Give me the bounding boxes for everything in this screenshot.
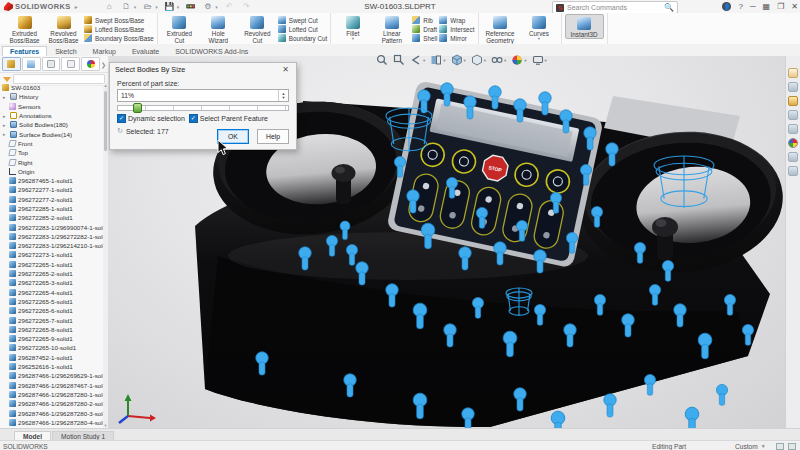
save-icon[interactable]: 💾 <box>164 2 175 12</box>
ribbon-button-boundary-boss-base[interactable]: Boundary Boss/Base <box>84 34 154 42</box>
ribbon-button-swept-boss-base[interactable]: Swept Boss/Base <box>84 16 154 24</box>
tree-item[interactable]: 296272265-8-solid1 <box>0 325 103 334</box>
display-style-caret-icon[interactable]: ▾ <box>484 58 486 63</box>
new-caret[interactable]: ▾ <box>134 4 137 10</box>
ribbon-button-swept-cut[interactable]: Swept Cut <box>278 16 328 24</box>
expand-arrow-icon[interactable]: ▸ <box>3 131 7 137</box>
display-state-dropdown[interactable]: Custom ▼ <box>735 443 766 450</box>
taskpane-resources-icon[interactable] <box>788 82 798 92</box>
taskpane-design-library-icon[interactable] <box>788 96 798 106</box>
redo-icon[interactable]: ↷ <box>241 2 252 12</box>
close-icon[interactable]: ✕ <box>791 2 798 11</box>
search-icon[interactable]: 🔍 <box>664 3 674 12</box>
percent-slider[interactable] <box>117 103 289 111</box>
ribbon-button-curves[interactable]: Curves▾ <box>521 14 558 41</box>
select-bodies-by-size-dialog[interactable]: Select Bodies By Size ✕ Percent of part … <box>109 62 297 150</box>
tab-evaluate[interactable]: Evaluate <box>124 46 167 56</box>
tab-display-manager[interactable] <box>81 57 100 71</box>
previous-view-caret-icon[interactable]: ▾ <box>423 58 425 63</box>
percent-spinbox[interactable]: 11% ▲▼ <box>117 89 289 102</box>
new-document-icon[interactable]: 🗋 <box>121 2 132 12</box>
tree-item[interactable]: 296272265-5-solid1 <box>0 297 103 306</box>
tab-property-manager[interactable] <box>22 57 41 71</box>
ribbon-button-draft[interactable]: Draft <box>412 25 437 33</box>
tree-item[interactable]: 296272273-1-solid1 <box>0 250 103 259</box>
view-orientation-icon[interactable] <box>451 54 463 66</box>
tree-item[interactable]: 296272283-1/296214210-1-solid1 <box>0 241 103 250</box>
ribbon-button-wrap[interactable]: Wrap <box>439 16 474 24</box>
ribbon-button-fillet[interactable]: Fillet▾ <box>334 14 371 41</box>
restore-icon[interactable]: ❐ <box>777 2 784 11</box>
ribbon-button-revolved-boss-base[interactable]: Revolved Boss/Base <box>45 14 82 44</box>
taskpane-forum-icon[interactable] <box>788 166 798 176</box>
dynamic-selection-checkbox[interactable]: ✓ Dynamic selection <box>117 114 185 123</box>
tree-item[interactable]: ▸History <box>0 92 103 101</box>
section-view-icon[interactable] <box>430 54 442 66</box>
ribbon-button-reference-geometry[interactable]: Reference Geometry▾ <box>482 14 519 48</box>
scrollbar-thumb[interactable] <box>104 91 107 151</box>
tree-item[interactable]: 296287466-1/296287467-1-solid1 <box>0 381 103 390</box>
ribbon-button-revolved-cut[interactable]: Revolved Cut <box>239 14 276 44</box>
tab-sketch[interactable]: Sketch <box>47 46 84 56</box>
tree-item[interactable]: 296287466-1/296287280-2-solid1 <box>0 399 103 408</box>
tree-item[interactable]: SW-01603 <box>0 83 103 92</box>
tree-item[interactable]: Top <box>0 148 103 157</box>
ribbon-button-extruded-boss-base[interactable]: Extruded Boss/Base <box>6 14 43 44</box>
previous-view-icon[interactable] <box>410 54 422 66</box>
taskpane-custom-properties-icon[interactable] <box>788 152 798 162</box>
options-caret[interactable]: ▾ <box>215 4 218 10</box>
options-gear-icon[interactable]: ⚙ <box>202 2 213 12</box>
ribbon-button-boundary-cut[interactable]: Boundary Cut <box>278 34 328 42</box>
tree-item[interactable]: 296272285-2-solid1 <box>0 213 103 222</box>
ribbon-button-rib[interactable]: Rib <box>412 16 437 24</box>
tree-item[interactable]: ▸Annotations <box>0 111 103 120</box>
ribbon-button-linear-pattern[interactable]: Linear Pattern▾ <box>373 14 410 48</box>
undo-icon[interactable]: ↶ <box>224 2 235 12</box>
edit-appearance-caret-icon[interactable]: ▾ <box>524 58 526 63</box>
dropdown-caret-icon[interactable]: ▾ <box>538 37 540 41</box>
dialog-close-icon[interactable]: ✕ <box>280 65 291 74</box>
ribbon-button-mirror[interactable]: Mirror <box>439 34 474 42</box>
filter-funnel-icon[interactable] <box>3 77 11 82</box>
taskpane-file-explorer-icon[interactable] <box>788 110 798 120</box>
ribbon-button-instant3d[interactable]: Instant3D <box>565 14 604 39</box>
tree-item[interactable]: Sensors <box>0 102 103 111</box>
ribbon-button-extruded-cut[interactable]: Extruded Cut <box>161 14 198 44</box>
tree-item[interactable]: Origin <box>0 167 103 176</box>
tree-item[interactable]: 296272265-3-solid1 <box>0 278 103 287</box>
taskpane-view-palette-icon[interactable] <box>788 124 798 134</box>
rebuild-icon[interactable]: 🚥 <box>185 2 196 12</box>
help-icon[interactable]: ? <box>738 2 742 11</box>
tree-item[interactable]: 296272277-2-solid1 <box>0 195 103 204</box>
tree-item[interactable]: 296272265-7-solid1 <box>0 315 103 324</box>
tree-item[interactable]: 296272283-1/296272282-1-solid1 <box>0 232 103 241</box>
dialog-title-bar[interactable]: Select Bodies By Size ✕ <box>110 63 296 76</box>
dropdown-caret-icon[interactable]: ▾ <box>352 37 354 41</box>
taskpane-appearances-icon[interactable] <box>788 138 798 148</box>
pane-icon[interactable] <box>788 443 796 450</box>
ribbon-button-lofted-boss-base[interactable]: Lofted Boss/Base <box>84 25 154 33</box>
tree-item[interactable]: 296287465-1-solid1 <box>0 176 103 185</box>
tree-item[interactable]: Right <box>0 157 103 166</box>
tab-dimxpert-manager[interactable] <box>61 57 80 71</box>
tree-item[interactable]: 296272283-1/296990074-1-solid1 <box>0 222 103 231</box>
view-settings-caret-icon[interactable]: ▾ <box>545 58 547 63</box>
tree-item[interactable]: 296287466-1/296269629-1-solid1 <box>0 371 103 380</box>
tree-item[interactable]: 296272265-6-solid1 <box>0 306 103 315</box>
minimize-icon[interactable]: ─ <box>750 2 756 11</box>
hide-show-items-caret-icon[interactable]: ▾ <box>504 58 506 63</box>
taskpane-home-icon[interactable] <box>788 68 798 78</box>
tree-item[interactable]: 296272265-10-solid1 <box>0 343 103 352</box>
tab-configuration-manager[interactable] <box>42 57 61 71</box>
tree-item[interactable]: 296272265-2-solid1 <box>0 269 103 278</box>
zoom-fit-icon[interactable] <box>376 54 388 66</box>
display-style-icon[interactable] <box>471 54 483 66</box>
home-icon[interactable]: ⌂ <box>104 2 115 12</box>
tree-item[interactable]: 296287466-1/296287280-1-solid1 <box>0 390 103 399</box>
layout-icon[interactable]: ▦ <box>763 2 771 11</box>
tree-item[interactable]: 296287466-1/296287280-3-solid1 <box>0 408 103 417</box>
slider-thumb[interactable] <box>133 103 142 113</box>
edit-appearance-icon[interactable] <box>511 54 523 66</box>
save-caret[interactable]: ▾ <box>177 4 180 10</box>
help-button[interactable]: Help <box>257 129 289 144</box>
